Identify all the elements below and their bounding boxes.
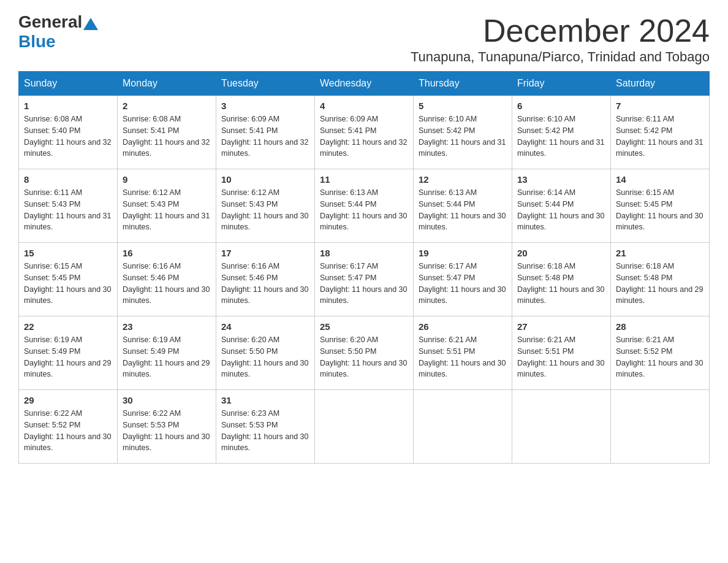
day-info: Sunrise: 6:23 AM Sunset: 5:53 PM Dayligh… (221, 408, 309, 454)
day-number: 21 (616, 248, 704, 258)
day-number: 16 (123, 248, 211, 258)
day-info: Sunrise: 6:21 AM Sunset: 5:51 PM Dayligh… (517, 334, 605, 380)
calendar-week-row: 15 Sunrise: 6:15 AM Sunset: 5:45 PM Dayl… (19, 243, 710, 316)
table-row: 24 Sunrise: 6:20 AM Sunset: 5:50 PM Dayl… (216, 316, 315, 390)
day-info: Sunrise: 6:20 AM Sunset: 5:50 PM Dayligh… (320, 334, 408, 380)
day-info: Sunrise: 6:12 AM Sunset: 5:43 PM Dayligh… (221, 187, 309, 233)
day-info: Sunrise: 6:09 AM Sunset: 5:41 PM Dayligh… (221, 113, 309, 159)
day-info: Sunrise: 6:15 AM Sunset: 5:45 PM Dayligh… (24, 261, 112, 307)
calendar-week-row: 8 Sunrise: 6:11 AM Sunset: 5:43 PM Dayli… (19, 169, 710, 243)
table-row: 26 Sunrise: 6:21 AM Sunset: 5:51 PM Dayl… (414, 316, 512, 390)
table-row: 12 Sunrise: 6:13 AM Sunset: 5:44 PM Dayl… (414, 169, 512, 243)
table-row: 13 Sunrise: 6:14 AM Sunset: 5:44 PM Dayl… (512, 169, 611, 243)
day-number: 5 (419, 101, 507, 111)
day-number: 4 (320, 101, 408, 111)
table-row: 29 Sunrise: 6:22 AM Sunset: 5:52 PM Dayl… (19, 390, 118, 464)
day-info: Sunrise: 6:19 AM Sunset: 5:49 PM Dayligh… (24, 334, 112, 380)
col-friday: Friday (512, 72, 611, 96)
table-row: 6 Sunrise: 6:10 AM Sunset: 5:42 PM Dayli… (512, 96, 611, 169)
day-number: 2 (123, 101, 211, 111)
day-info: Sunrise: 6:22 AM Sunset: 5:52 PM Dayligh… (24, 408, 112, 454)
table-row (414, 390, 512, 464)
table-row: 15 Sunrise: 6:15 AM Sunset: 5:45 PM Dayl… (19, 243, 118, 316)
table-row: 11 Sunrise: 6:13 AM Sunset: 5:44 PM Dayl… (315, 169, 414, 243)
day-info: Sunrise: 6:14 AM Sunset: 5:44 PM Dayligh… (517, 187, 605, 233)
table-row (512, 390, 611, 464)
day-info: Sunrise: 6:16 AM Sunset: 5:46 PM Dayligh… (221, 261, 309, 307)
table-row: 8 Sunrise: 6:11 AM Sunset: 5:43 PM Dayli… (19, 169, 118, 243)
table-row: 21 Sunrise: 6:18 AM Sunset: 5:48 PM Dayl… (611, 243, 710, 316)
calendar-week-row: 29 Sunrise: 6:22 AM Sunset: 5:52 PM Dayl… (19, 390, 710, 464)
day-number: 7 (616, 101, 704, 111)
day-number: 15 (24, 248, 112, 258)
table-row: 25 Sunrise: 6:20 AM Sunset: 5:50 PM Dayl… (315, 316, 414, 390)
day-number: 14 (616, 174, 704, 185)
table-row: 16 Sunrise: 6:16 AM Sunset: 5:46 PM Dayl… (118, 243, 216, 316)
day-info: Sunrise: 6:08 AM Sunset: 5:40 PM Dayligh… (24, 113, 112, 159)
calendar-header-row: Sunday Monday Tuesday Wednesday Thursday… (19, 72, 710, 96)
day-number: 30 (123, 395, 211, 405)
calendar-table: Sunday Monday Tuesday Wednesday Thursday… (18, 71, 710, 464)
day-info: Sunrise: 6:08 AM Sunset: 5:41 PM Dayligh… (123, 113, 211, 159)
table-row: 22 Sunrise: 6:19 AM Sunset: 5:49 PM Dayl… (19, 316, 118, 390)
table-row: 2 Sunrise: 6:08 AM Sunset: 5:41 PM Dayli… (118, 96, 216, 169)
table-row: 30 Sunrise: 6:22 AM Sunset: 5:53 PM Dayl… (118, 390, 216, 464)
table-row (611, 390, 710, 464)
day-info: Sunrise: 6:17 AM Sunset: 5:47 PM Dayligh… (320, 261, 408, 307)
table-row: 18 Sunrise: 6:17 AM Sunset: 5:47 PM Dayl… (315, 243, 414, 316)
col-sunday: Sunday (19, 72, 118, 96)
day-number: 3 (221, 101, 309, 111)
month-title: December 2024 (411, 12, 710, 49)
day-number: 19 (419, 248, 507, 258)
day-number: 31 (221, 395, 309, 405)
table-row: 3 Sunrise: 6:09 AM Sunset: 5:41 PM Dayli… (216, 96, 315, 169)
col-wednesday: Wednesday (315, 72, 414, 96)
day-info: Sunrise: 6:18 AM Sunset: 5:48 PM Dayligh… (517, 261, 605, 307)
location-title: Tunapuna, Tunapuna/Piarco, Trinidad and … (411, 49, 710, 65)
day-info: Sunrise: 6:11 AM Sunset: 5:43 PM Dayligh… (24, 187, 112, 233)
day-number: 26 (419, 321, 507, 332)
day-number: 24 (221, 321, 309, 332)
table-row: 19 Sunrise: 6:17 AM Sunset: 5:47 PM Dayl… (414, 243, 512, 316)
day-info: Sunrise: 6:13 AM Sunset: 5:44 PM Dayligh… (320, 187, 408, 233)
logo-general-text: General (18, 12, 82, 32)
table-row: 20 Sunrise: 6:18 AM Sunset: 5:48 PM Dayl… (512, 243, 611, 316)
day-number: 13 (517, 174, 605, 185)
col-monday: Monday (118, 72, 216, 96)
day-info: Sunrise: 6:11 AM Sunset: 5:42 PM Dayligh… (616, 113, 704, 159)
day-number: 17 (221, 248, 309, 258)
table-row: 5 Sunrise: 6:10 AM Sunset: 5:42 PM Dayli… (414, 96, 512, 169)
logo-blue-text: Blue (18, 32, 56, 52)
day-info: Sunrise: 6:18 AM Sunset: 5:48 PM Dayligh… (616, 261, 704, 307)
day-number: 20 (517, 248, 605, 258)
day-number: 8 (24, 174, 112, 185)
day-info: Sunrise: 6:15 AM Sunset: 5:45 PM Dayligh… (616, 187, 704, 233)
title-area: December 2024 Tunapuna, Tunapuna/Piarco,… (411, 12, 710, 65)
day-number: 1 (24, 101, 112, 111)
col-thursday: Thursday (414, 72, 512, 96)
day-number: 23 (123, 321, 211, 332)
day-number: 10 (221, 174, 309, 185)
day-info: Sunrise: 6:21 AM Sunset: 5:51 PM Dayligh… (419, 334, 507, 380)
table-row: 17 Sunrise: 6:16 AM Sunset: 5:46 PM Dayl… (216, 243, 315, 316)
day-info: Sunrise: 6:13 AM Sunset: 5:44 PM Dayligh… (419, 187, 507, 233)
day-number: 9 (123, 174, 211, 185)
day-number: 11 (320, 174, 408, 185)
day-number: 29 (24, 395, 112, 405)
table-row: 7 Sunrise: 6:11 AM Sunset: 5:42 PM Dayli… (611, 96, 710, 169)
table-row: 28 Sunrise: 6:21 AM Sunset: 5:52 PM Dayl… (611, 316, 710, 390)
day-info: Sunrise: 6:10 AM Sunset: 5:42 PM Dayligh… (517, 113, 605, 159)
day-number: 6 (517, 101, 605, 111)
day-info: Sunrise: 6:21 AM Sunset: 5:52 PM Dayligh… (616, 334, 704, 380)
day-number: 22 (24, 321, 112, 332)
day-number: 28 (616, 321, 704, 332)
table-row: 9 Sunrise: 6:12 AM Sunset: 5:43 PM Dayli… (118, 169, 216, 243)
day-info: Sunrise: 6:09 AM Sunset: 5:41 PM Dayligh… (320, 113, 408, 159)
calendar-week-row: 1 Sunrise: 6:08 AM Sunset: 5:40 PM Dayli… (19, 96, 710, 169)
table-row: 14 Sunrise: 6:15 AM Sunset: 5:45 PM Dayl… (611, 169, 710, 243)
table-row: 27 Sunrise: 6:21 AM Sunset: 5:51 PM Dayl… (512, 316, 611, 390)
table-row: 10 Sunrise: 6:12 AM Sunset: 5:43 PM Dayl… (216, 169, 315, 243)
day-info: Sunrise: 6:16 AM Sunset: 5:46 PM Dayligh… (123, 261, 211, 307)
logo-triangle-icon (83, 18, 98, 30)
col-saturday: Saturday (611, 72, 710, 96)
